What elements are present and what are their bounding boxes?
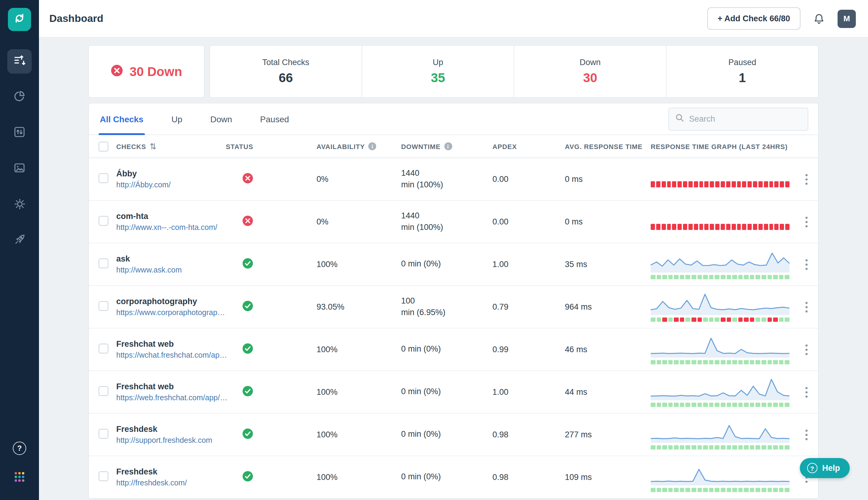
table-body: Ábby http://Ábby.com/ 0% 1440 min (100%)… [89, 158, 818, 499]
row-menu-button[interactable] [794, 344, 818, 355]
down-alert-card: 30 Down [88, 45, 204, 98]
info-icon[interactable]: i [369, 142, 377, 150]
availability-value: 0% [316, 217, 401, 226]
check-url-link[interactable]: http://freshdesk.com/ [116, 479, 226, 487]
check-url-link[interactable]: https://www.corporaphotograp… [116, 308, 226, 317]
stat-label: Down [579, 58, 600, 67]
row-menu-button[interactable] [794, 429, 818, 440]
apdex-value: 1.00 [492, 260, 565, 269]
help-label: Help [822, 464, 840, 473]
row-checkbox[interactable] [99, 216, 108, 225]
check-url-link[interactable]: http://www.xn--.-com-hta.com/ [116, 223, 226, 232]
response-time-graph [651, 249, 794, 279]
row-checkbox[interactable] [99, 386, 108, 396]
help-question-icon: ? [807, 463, 817, 473]
column-header-label: AVAILABILITY [316, 143, 365, 150]
sort-icon[interactable] [150, 142, 156, 150]
check-url-link[interactable]: http://Ábby.com/ [116, 181, 226, 189]
tab-up[interactable]: Up [170, 103, 183, 134]
column-header-label: CHECKS [116, 143, 146, 150]
stat-label: Total Checks [262, 58, 310, 67]
downtime-value: 1440 min (100%) [401, 210, 443, 233]
column-header-label: AVG. RESPONSE TIME [565, 143, 643, 150]
column-header-label: RESPONSE TIME GRAPH (LAST 24HRS) [651, 143, 788, 150]
summary-row: 30 Down Total Checks 66 Up 35 Down 30 [88, 45, 819, 98]
availability-value: 100% [316, 345, 401, 354]
sidebar-item-badges[interactable] [7, 121, 32, 145]
apdex-value: 0.99 [492, 345, 565, 354]
downtime-value: 0 min (0%) [401, 471, 441, 483]
avg-response-value: 277 ms [565, 430, 651, 439]
sidebar-item-explore[interactable] [7, 229, 32, 253]
info-icon[interactable]: i [444, 142, 452, 150]
availability-value: 100% [316, 473, 401, 482]
stat-up: Up 35 [361, 46, 514, 97]
apdex-value: 0.79 [492, 302, 565, 311]
avg-response-value: 0 ms [565, 217, 651, 226]
check-name: Freshdesk [116, 424, 226, 434]
downtime-value: 1440 min (100%) [401, 168, 443, 191]
row-menu-button[interactable] [794, 302, 818, 312]
column-header-checks[interactable]: CHECKS [116, 142, 226, 150]
status-icon [242, 258, 253, 271]
check-url-link[interactable]: http://support.freshdesk.com [116, 436, 226, 445]
table-row: com-hta http://www.xn--.-com-hta.com/ 0%… [89, 201, 818, 243]
user-avatar[interactable]: M [837, 9, 856, 28]
help-widget-button[interactable]: ? Help [800, 458, 850, 478]
row-menu-button[interactable] [794, 387, 818, 398]
avg-response-value: 0 ms [565, 174, 651, 184]
downtime-value: 0 min (0%) [401, 429, 441, 440]
app-logo[interactable] [8, 8, 31, 31]
check-url-link[interactable]: http://www.ask.com [116, 266, 226, 274]
response-time-graph [651, 334, 794, 364]
sidebar-item-reports[interactable] [7, 85, 32, 110]
notifications-bell-icon[interactable] [813, 12, 825, 25]
status-icon [242, 343, 253, 356]
row-checkbox[interactable] [99, 258, 108, 268]
check-name: corporaphotography [116, 297, 226, 306]
select-all-checkbox[interactable] [99, 141, 108, 151]
row-menu-button[interactable] [794, 216, 818, 227]
table-header-row: CHECKS STATUS AVAILABILITY i [89, 135, 818, 158]
status-icon [242, 172, 253, 186]
sidebar-item-settings[interactable] [7, 193, 32, 217]
row-menu-button[interactable] [794, 174, 818, 185]
check-name: Ábby [116, 169, 226, 178]
row-checkbox[interactable] [99, 173, 108, 183]
sidebar-item-status-pages[interactable] [7, 157, 32, 181]
row-checkbox[interactable] [99, 471, 108, 481]
help-question-icon[interactable]: ? [13, 442, 26, 455]
apps-switcher[interactable] [7, 466, 32, 490]
stat-paused: Paused 1 [666, 46, 818, 97]
row-checkbox[interactable] [99, 343, 108, 353]
tab-down[interactable]: Down [209, 103, 233, 134]
availability-value: 93.05% [316, 302, 401, 311]
search-input[interactable] [689, 114, 802, 124]
check-url-link[interactable]: https://wchat.freshchat.com/ap… [116, 351, 226, 360]
checks-table-card: All Checks Up Down Paused CHECKS [88, 103, 819, 499]
top-header: Dashboard + Add Check 66/80 M [39, 0, 868, 38]
apdex-value: 0.98 [492, 473, 565, 482]
sidebar-item-checks[interactable] [7, 49, 32, 73]
content-area: 30 Down Total Checks 66 Up 35 Down 30 [39, 38, 868, 500]
status-icon [242, 428, 253, 441]
tab-paused[interactable]: Paused [259, 103, 290, 134]
sync-logo-icon [13, 12, 26, 27]
stat-value: 66 [279, 70, 293, 85]
row-checkbox[interactable] [99, 301, 108, 310]
avg-response-value: 109 ms [565, 473, 651, 482]
check-url-link[interactable]: https://web.freshchat.com/app/… [116, 394, 226, 402]
add-check-button[interactable]: + Add Check 66/80 [707, 7, 800, 30]
pie-chart-icon [13, 90, 25, 105]
main-area: Dashboard + Add Check 66/80 M [39, 0, 868, 500]
row-menu-button[interactable] [794, 259, 818, 270]
stat-total-checks: Total Checks 66 [210, 46, 361, 97]
tab-all-checks[interactable]: All Checks [99, 103, 145, 134]
table-row: ask http://www.ask.com 100% 0 min (0%) 1… [89, 243, 818, 286]
down-count-label: 30 Down [130, 64, 182, 79]
image-icon [13, 162, 25, 177]
status-icon [242, 300, 253, 314]
row-checkbox[interactable] [99, 429, 108, 438]
column-header-apdex: APDEX [492, 143, 565, 150]
apdex-value: 1.00 [492, 387, 565, 397]
